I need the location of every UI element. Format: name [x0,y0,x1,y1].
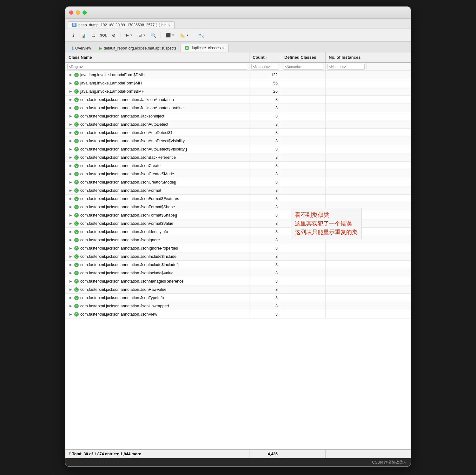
row-expand[interactable]: ▶ [69,114,73,118]
table-row[interactable]: ▶ C java.lang.invoke.LambdaForm$DMH 122 [65,71,411,79]
sql-button[interactable]: SQL [99,31,108,39]
filter-button[interactable]: ⬛ ▼ [163,31,177,39]
table-row[interactable]: ▶ C com.fasterxml.jackson.annotation.Jso… [65,153,411,162]
table-row[interactable]: ▶ C java.lang.invoke.LambdaForm$MH 55 [65,79,411,87]
row-expand[interactable]: ▶ [69,73,73,77]
gear-button[interactable]: ⚙ [109,31,118,39]
row-expand[interactable]: ▶ [69,130,73,135]
table-row[interactable]: ▶ C com.fasterxml.jackson.annotation.Jac… [65,96,411,104]
row-expand[interactable]: ▶ [69,106,73,110]
row-expand[interactable]: ▶ [69,180,73,184]
close-button[interactable] [69,10,73,15]
row-expand[interactable]: ▶ [69,97,73,102]
td-instances [326,137,367,145]
filter-class-input[interactable] [67,64,247,70]
class-name-text: com.fasterxml.jackson.annotation.Jackson… [80,106,184,110]
run-button[interactable]: ▶ ▼ [123,31,135,39]
row-expand[interactable]: ▶ [69,254,73,259]
table-row[interactable]: ▶ C com.fasterxml.jackson.annotation.Jso… [65,269,411,277]
table-row[interactable]: ▶ C com.fasterxml.jackson.annotation.Jac… [65,112,411,120]
folder-button[interactable]: 🗂 [89,31,98,39]
row-expand[interactable]: ▶ [69,304,73,308]
separator-3 [194,32,194,38]
search-button[interactable]: 🔍 [149,31,158,39]
table-row[interactable]: ▶ C com.fasterxml.jackson.annotation.Jso… [65,277,411,285]
table-row[interactable]: ▶ C com.fasterxml.jackson.annotation.Jso… [65,178,411,186]
table-row[interactable]: ▶ C com.fasterxml.jackson.annotation.Jso… [65,244,411,252]
row-expand[interactable]: ▶ [69,271,73,275]
row-expand[interactable]: ▶ [69,164,73,168]
table-row[interactable]: ▶ C com.fasterxml.jackson.annotation.Jso… [65,285,411,294]
row-expand[interactable]: ▶ [69,296,73,300]
tab-duplicate[interactable]: C duplicate_classes × [181,44,228,52]
table-row[interactable]: ▶ C com.fasterxml.jackson.annotation.Jso… [65,195,411,203]
filter-instances-input[interactable] [327,64,365,70]
th-class-name[interactable]: Class Name [65,52,249,62]
table-row[interactable]: ▶ C com.fasterxml.jackson.annotation.Jso… [65,186,411,195]
row-expand[interactable]: ▶ [69,230,73,234]
grid-button[interactable]: ⊞ ▼ [136,31,148,39]
td-instances [326,285,367,293]
table-row[interactable]: ▶ C com.fasterxml.jackson.annotation.Jac… [65,104,411,112]
table-row[interactable]: ▶ C com.fasterxml.jackson.annotation.Jso… [65,145,411,153]
table-row[interactable]: ▶ C com.fasterxml.jackson.annotation.Jso… [65,120,411,129]
row-expand[interactable]: ▶ [69,213,73,217]
table-row[interactable]: ▶ C com.fasterxml.jackson.annotation.Jso… [65,310,411,318]
th-defined[interactable]: Defined Classes [281,52,326,62]
row-expand[interactable]: ▶ [69,246,73,251]
grid-dropdown-icon: ▼ [143,34,146,37]
td-instances [326,261,367,269]
table-row[interactable]: ▶ C com.fasterxml.jackson.annotation.Jso… [65,294,411,302]
td-defined [281,71,326,79]
file-tab-close[interactable]: × [169,23,170,27]
row-expand[interactable]: ▶ [69,205,73,209]
row-expand[interactable]: ▶ [69,221,73,226]
tab-overview[interactable]: ℹ Overview [68,44,95,52]
duplicate-tab-close[interactable]: × [222,46,224,50]
info-button[interactable]: ℹ [69,31,77,39]
row-expand[interactable]: ▶ [69,172,73,176]
table-row[interactable]: ▶ C com.fasterxml.jackson.annotation.Jso… [65,162,411,170]
table-row[interactable]: ▶ C com.fasterxml.jackson.annotation.Jso… [65,236,411,244]
table-row[interactable]: ▶ C java.lang.invoke.LambdaForm$BMH 26 [65,87,411,96]
file-tab[interactable]: 🗄 heap_dump_192.168.30.89_1703559812577 … [68,21,175,29]
table-row[interactable]: ▶ C com.fasterxml.jackson.annotation.Jso… [65,170,411,178]
td-instances [326,252,367,260]
th-count[interactable]: Count ↓ [249,52,281,62]
row-expand[interactable]: ▶ [69,279,73,284]
layout-button[interactable]: 📐 ▼ [178,31,191,39]
td-count: 3 [249,244,281,252]
row-expand[interactable]: ▶ [69,155,73,160]
td-class-name: ▶ C com.fasterxml.jackson.annotation.Jso… [65,129,249,137]
tab-report[interactable]: ▶ default_report org.eclipse.mat.api:sus… [95,44,181,52]
td-defined [281,79,326,87]
minimize-button[interactable] [76,10,80,15]
row-expand[interactable]: ▶ [69,81,73,85]
row-expand[interactable]: ▶ [69,188,73,193]
th-instances[interactable]: No. of Instances [326,52,367,62]
table-row[interactable]: ▶ C com.fasterxml.jackson.annotation.Jso… [65,252,411,261]
maximize-button[interactable] [83,10,87,15]
td-count: 3 [249,104,281,112]
table-row[interactable]: ▶ C com.fasterxml.jackson.annotation.Jso… [65,129,411,137]
table-row[interactable]: ▶ C com.fasterxml.jackson.annotation.Jso… [65,203,411,211]
row-expand[interactable]: ▶ [69,238,73,242]
table-row[interactable]: ▶ C com.fasterxml.jackson.annotation.Jso… [65,261,411,269]
row-expand[interactable]: ▶ [69,89,73,94]
table-row[interactable]: ▶ C com.fasterxml.jackson.annotation.Jso… [65,219,411,228]
chart-button[interactable]: 📊 [79,31,88,39]
row-expand[interactable]: ▶ [69,139,73,143]
filter-defined-input[interactable] [283,64,323,70]
table-row[interactable]: ▶ C com.fasterxml.jackson.annotation.Jso… [65,211,411,219]
row-expand[interactable]: ▶ [69,312,73,317]
chart2-button[interactable]: 📉 [197,31,206,39]
table-row[interactable]: ▶ C com.fasterxml.jackson.annotation.Jso… [65,302,411,310]
row-expand[interactable]: ▶ [69,263,73,267]
row-expand[interactable]: ▶ [69,287,73,292]
row-expand[interactable]: ▶ [69,197,73,201]
row-expand[interactable]: ▶ [69,147,73,151]
table-row[interactable]: ▶ C com.fasterxml.jackson.annotation.Jso… [65,137,411,145]
filter-count-input[interactable] [251,64,279,70]
table-row[interactable]: ▶ C com.fasterxml.jackson.annotation.Jso… [65,228,411,236]
row-expand[interactable]: ▶ [69,122,73,127]
